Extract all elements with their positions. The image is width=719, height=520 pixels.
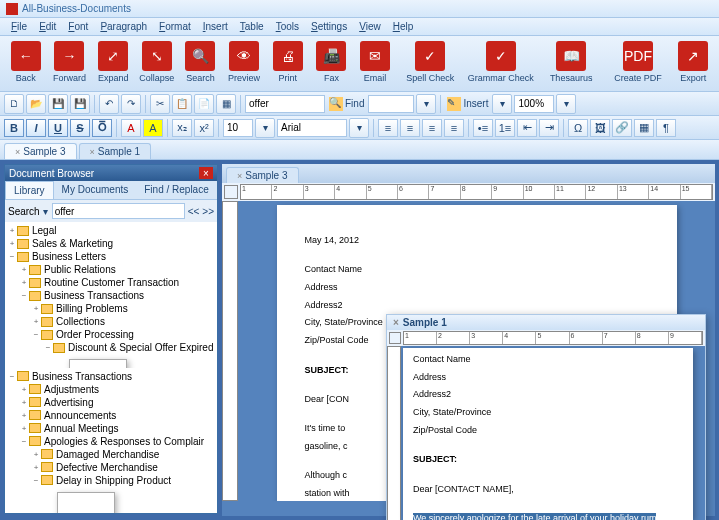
fontname-input[interactable] xyxy=(277,119,347,137)
expand-icon[interactable]: + xyxy=(7,239,17,248)
numbering-button[interactable]: 1≡ xyxy=(495,119,515,137)
expand-icon[interactable]: + xyxy=(19,411,29,420)
align-left-button[interactable]: ≡ xyxy=(378,119,398,137)
tree-folder[interactable]: −Discount & Special Offer Expired xyxy=(7,341,215,354)
tree-folder[interactable]: −Business Transactions xyxy=(7,289,215,302)
tree-folder[interactable]: +Adjustments xyxy=(7,383,215,396)
document-page-sample1[interactable]: Contact NameAddressAddress2City, State/P… xyxy=(403,348,693,520)
tab-sample-3[interactable]: ×Sample 3 xyxy=(4,143,77,159)
menu-paragraph[interactable]: Paragraph xyxy=(95,20,152,33)
expand-icon[interactable]: + xyxy=(31,304,41,313)
expand-icon[interactable]: + xyxy=(7,226,17,235)
expand-icon[interactable]: + xyxy=(31,317,41,326)
align-justify-button[interactable]: ≡ xyxy=(444,119,464,137)
zoom-dropdown[interactable]: ▾ xyxy=(556,94,576,114)
insert-dropdown[interactable]: ▾ xyxy=(492,94,512,114)
tree-folder[interactable]: +Collections xyxy=(7,315,215,328)
grammar-check-button[interactable]: ✓Grammar Check xyxy=(466,39,536,88)
menu-table[interactable]: Table xyxy=(235,20,269,33)
undo-button[interactable]: ↶ xyxy=(99,94,119,114)
search-dropdown-icon[interactable]: ▾ xyxy=(43,204,49,218)
find-button[interactable]: 🔍Find xyxy=(327,97,366,111)
tab-close-icon[interactable]: × xyxy=(15,147,20,157)
expand-icon[interactable]: + xyxy=(31,463,41,472)
results-tree[interactable]: −Business Transactions+Adjustments+Adver… xyxy=(5,368,217,514)
fontsize-dropdown[interactable]: ▾ xyxy=(255,118,275,138)
forward-button[interactable]: →Forward xyxy=(50,39,90,88)
preview-button[interactable]: 👁Preview xyxy=(224,39,264,88)
zoom-input[interactable] xyxy=(514,95,554,113)
collapse-button[interactable]: ⤡Collapse xyxy=(137,39,177,88)
italic-button[interactable]: I xyxy=(26,119,46,137)
expand-icon[interactable]: − xyxy=(7,252,17,261)
pagesetup-button[interactable]: ▦ xyxy=(216,94,236,114)
copy-button[interactable]: 📋 xyxy=(172,94,192,114)
email-button[interactable]: ✉Email xyxy=(355,39,395,88)
search-button[interactable]: 🔍Search xyxy=(181,39,221,88)
align-right-button[interactable]: ≡ xyxy=(422,119,442,137)
tree-folder[interactable]: −Business Letters xyxy=(7,250,215,263)
tree-folder[interactable]: +Sales & Marketing xyxy=(7,237,215,250)
fontsize-input[interactable] xyxy=(223,119,253,137)
menu-insert[interactable]: Insert xyxy=(198,20,233,33)
expand-icon[interactable]: + xyxy=(19,424,29,433)
strike-button[interactable]: S xyxy=(70,119,90,137)
fontname-dropdown[interactable]: ▾ xyxy=(349,118,369,138)
subscript-button[interactable]: x₂ xyxy=(172,119,192,137)
quick-search-input[interactable] xyxy=(245,95,325,113)
close-icon[interactable]: × xyxy=(199,167,213,179)
nav-next-button[interactable]: >> xyxy=(202,204,214,218)
tree-folder[interactable]: −Delay in Shipping Product xyxy=(7,474,215,487)
expand-icon[interactable]: − xyxy=(19,291,29,300)
new-button[interactable]: 🗋 xyxy=(4,94,24,114)
overline-button[interactable]: O̅ xyxy=(92,119,112,137)
save-button[interactable]: 💾 xyxy=(48,94,68,114)
paste-button[interactable]: 📄 xyxy=(194,94,214,114)
expand-button[interactable]: ⤢Expand xyxy=(93,39,133,88)
spell-check-button[interactable]: ✓Spell Check xyxy=(399,39,462,88)
back-button[interactable]: ←Back xyxy=(6,39,46,88)
tab-close-icon[interactable]: × xyxy=(237,171,242,181)
menu-tools[interactable]: Tools xyxy=(271,20,304,33)
bullets-button[interactable]: •≡ xyxy=(473,119,493,137)
library-tree[interactable]: +Legal+Sales & Marketing−Business Letter… xyxy=(5,222,217,368)
browser-tab-library[interactable]: Library xyxy=(5,181,54,199)
tab-sample-1[interactable]: ×Sample 1 xyxy=(79,143,152,159)
symbol-button[interactable]: Ω xyxy=(568,119,588,137)
expand-icon[interactable]: − xyxy=(31,476,41,485)
tree-folder[interactable]: +Damaged Merchandise xyxy=(7,448,215,461)
fax-button[interactable]: 📠Fax xyxy=(312,39,352,88)
browser-tab-my-documents[interactable]: My Documents xyxy=(54,181,137,199)
menu-format[interactable]: Format xyxy=(154,20,196,33)
underline-button[interactable]: U xyxy=(48,119,68,137)
tree-folder[interactable]: +Annual Meetings xyxy=(7,422,215,435)
cut-button[interactable]: ✂ xyxy=(150,94,170,114)
expand-icon[interactable]: − xyxy=(7,372,17,381)
tree-folder[interactable]: +Defective Merchandise xyxy=(7,461,215,474)
image-button[interactable]: 🖼 xyxy=(590,119,610,137)
indent-button[interactable]: ⇥ xyxy=(539,119,559,137)
tree-folder[interactable]: +Announcements xyxy=(7,409,215,422)
table-button[interactable]: ▦ xyxy=(634,119,654,137)
tree-folder[interactable]: +Legal xyxy=(7,224,215,237)
menu-font[interactable]: Font xyxy=(63,20,93,33)
expand-icon[interactable]: + xyxy=(19,385,29,394)
find-go-button[interactable]: ▾ xyxy=(416,94,436,114)
outdent-button[interactable]: ⇤ xyxy=(517,119,537,137)
nav-prev-button[interactable]: << xyxy=(188,204,200,218)
tree-folder[interactable]: +Routine Customer Transaction xyxy=(7,276,215,289)
expand-icon[interactable]: − xyxy=(19,437,29,446)
tree-folder[interactable]: +Advertising xyxy=(7,396,215,409)
tree-item[interactable]: Sample 2 xyxy=(7,354,215,368)
redo-button[interactable]: ↷ xyxy=(121,94,141,114)
saveas-button[interactable]: 💾 xyxy=(70,94,90,114)
highlight-button[interactable]: A xyxy=(143,119,163,137)
tree-folder[interactable]: −Order Processing xyxy=(7,328,215,341)
superscript-button[interactable]: x² xyxy=(194,119,214,137)
tree-folder[interactable]: −Apologies & Responses to Complair xyxy=(7,435,215,448)
menu-file[interactable]: File xyxy=(6,20,32,33)
insert-button[interactable]: ✎Insert xyxy=(445,97,490,111)
export-button[interactable]: ↗Export xyxy=(673,39,713,88)
browser-search-input[interactable] xyxy=(52,203,185,219)
print-button[interactable]: 🖨Print xyxy=(268,39,308,88)
